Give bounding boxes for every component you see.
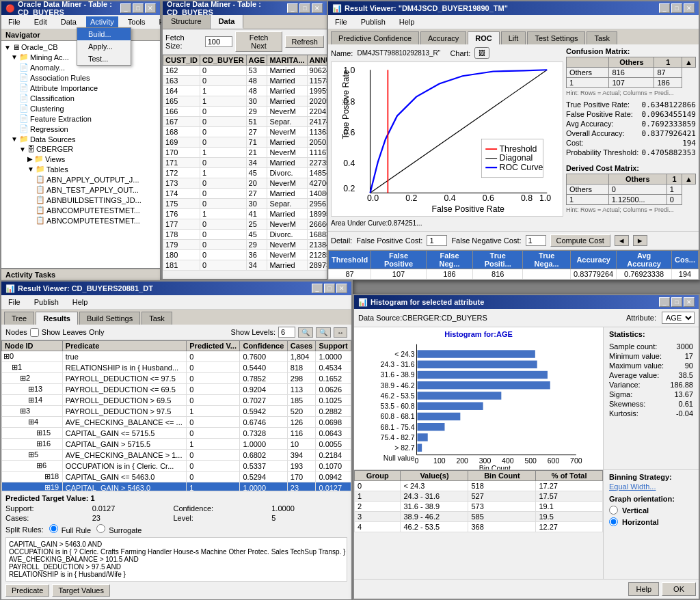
hist-controls[interactable]: _ □ ✕ (659, 297, 695, 307)
horizontal-radio[interactable] (609, 517, 618, 526)
tree-item-attribute[interactable]: 📄 Attribute Importance (3, 83, 159, 93)
tab-roc[interactable]: ROC (468, 31, 499, 44)
tab-test-settings[interactable]: Test Settings (527, 31, 585, 44)
fetch-size-input[interactable] (205, 36, 232, 47)
dt-tool-btn1[interactable]: 🔍 (298, 327, 313, 338)
thresh-r1c3: 186 (426, 269, 472, 279)
tab-build-settings[interactable]: Build Settings (79, 312, 140, 325)
compute-cost-button[interactable]: Compute Cost (550, 234, 610, 247)
menu-edit[interactable]: Edit (30, 16, 51, 27)
dt-minimize[interactable]: _ (312, 284, 323, 293)
tab-lift[interactable]: Lift (501, 31, 526, 44)
roc-menu-file[interactable]: File (331, 16, 351, 27)
roc-controls[interactable]: _ □ ✕ (659, 3, 695, 13)
close-button[interactable]: ✕ (145, 3, 156, 13)
minimize-button[interactable]: _ (120, 3, 131, 13)
show-levels-input[interactable] (278, 327, 295, 338)
tree-label-datasrc: Data Sources (30, 135, 76, 144)
nav-content: Navigator ▼ 🖥 Oracle_CB ▼ 📁 Mining Ac...… (1, 29, 160, 293)
hist-maximize[interactable]: □ (671, 297, 682, 307)
tree-item-association[interactable]: 📄 Association Rules (3, 72, 159, 83)
menu-item-build[interactable]: Build... (77, 28, 131, 40)
dt-menu-help[interactable]: Help (68, 297, 92, 308)
menu-file[interactable]: File (4, 16, 25, 27)
menu-item-apply[interactable]: Apply... (77, 40, 131, 53)
menu-activity[interactable]: Activity (86, 16, 118, 27)
hist-attribute-select[interactable]: AGE (662, 312, 695, 324)
dt-close[interactable]: ✕ (336, 284, 347, 293)
roc-close[interactable]: ✕ (684, 3, 695, 13)
data-close[interactable]: ✕ (312, 3, 323, 13)
tab-accuracy[interactable]: Accuracy (420, 31, 466, 44)
hist-col-count: Bin Count (468, 471, 536, 481)
dt-tool-btn2[interactable]: 🔍 (316, 327, 331, 338)
dt-controls[interactable]: _ □ ✕ (312, 284, 347, 293)
tree-item-abn2[interactable]: 📋 ABN_TEST_APPLY_OUT... (3, 185, 159, 195)
tab-task-dt[interactable]: Task (142, 312, 172, 325)
derived-scrollbar[interactable]: ▲ (682, 174, 696, 185)
tree-item-clustering[interactable]: 📄 Clustering (3, 103, 159, 113)
target-values-button[interactable]: Target Values (52, 584, 109, 597)
hist-close[interactable]: ✕ (684, 297, 695, 307)
predicate-button[interactable]: Predicate (5, 584, 49, 597)
maximize-button[interactable]: □ (133, 3, 144, 13)
tree-item-abn4[interactable]: 📋 ABNCOMPUTETESTMET... (3, 205, 159, 215)
tab-tree[interactable]: Tree (4, 312, 34, 325)
vertical-radio[interactable] (609, 506, 618, 515)
dt-menu-file[interactable]: File (4, 297, 25, 308)
tree-item-views[interactable]: ▶ 📁 Views (3, 154, 159, 164)
tab-data[interactable]: Data (211, 15, 244, 29)
fp-cost-input[interactable] (427, 235, 447, 246)
stat-cost-label: Cost: (566, 139, 639, 148)
svg-text:600: 600 (548, 457, 560, 465)
tab-pred-confidence[interactable]: Predictive Confidence (331, 31, 419, 44)
surrogate-radio[interactable] (96, 524, 105, 533)
dt-tool-btn3[interactable]: ↔ (334, 327, 347, 338)
matrix-h0 (567, 57, 609, 68)
data-controls[interactable]: _ □ ✕ (287, 3, 323, 13)
hist-ok-button[interactable]: OK (662, 582, 696, 596)
derived-cost-table: Others 1 ▲ Others 0 1 (566, 174, 696, 205)
roc-menu-help[interactable]: Help (395, 16, 419, 27)
svg-text:100: 100 (433, 457, 446, 465)
tree-item-feature[interactable]: 📄 Feature Extraction (3, 113, 159, 124)
svg-text:0.0: 0.0 (367, 193, 379, 203)
fetch-size-label: Fetch Size: (165, 33, 202, 50)
tree-item-cberger[interactable]: ▼ 🗄 CBERGER (3, 144, 159, 154)
data-minimize[interactable]: _ (287, 3, 298, 13)
roc-prev-button[interactable]: ◄ (615, 235, 629, 246)
tree-item-classification[interactable]: 📄 Classification (3, 93, 159, 103)
tree-item-datasources[interactable]: ▼ 📁 Data Sources (3, 134, 159, 144)
data-maximize[interactable]: □ (299, 3, 310, 13)
tree-item-tables[interactable]: ▼ 📁 Tables (3, 164, 159, 174)
tree-item-abn1[interactable]: 📋 ABN_APPLY_OUTPUT_J... (3, 174, 159, 185)
menu-data[interactable]: Data (57, 16, 81, 27)
full-rule-radio[interactable] (49, 524, 58, 533)
svg-text:> 82.7: > 82.7 (394, 444, 415, 452)
roc-maximize[interactable]: □ (671, 3, 682, 13)
nav-controls[interactable]: _ □ ✕ (120, 3, 156, 13)
fn-cost-input[interactable] (526, 235, 546, 246)
hist-help-button[interactable]: Help (628, 582, 659, 596)
roc-minimize[interactable]: _ (659, 3, 670, 13)
hist-minimize[interactable]: _ (659, 297, 670, 307)
matrix-scrollbar[interactable]: ▲ (682, 57, 696, 68)
tree-item-abn3[interactable]: 📋 ABNBUILDSETTINGS_JD... (3, 195, 159, 205)
roc-chart-icon-button[interactable]: 🖼 (474, 47, 489, 59)
tab-structure[interactable]: Structure (163, 15, 211, 29)
tree-item-abn5[interactable]: 📋 ABNCOMPUTETESTMET... (3, 215, 159, 226)
roc-next-button[interactable]: ► (633, 235, 647, 246)
menu-tools[interactable]: Tools (124, 16, 150, 27)
tab-task[interactable]: Task (587, 31, 617, 44)
tab-results[interactable]: Results (36, 312, 78, 325)
hist-options-panel: Binning Strategy: Equal Width... Graph o… (603, 470, 699, 579)
table-row: ⊞5AVE_CHECKING_BALANCE > 1...00.68023940… (2, 450, 351, 461)
show-leaves-checkbox[interactable] (30, 328, 39, 337)
fetch-next-button[interactable]: Fetch Next (235, 31, 283, 52)
refresh-button[interactable]: Refresh (285, 36, 324, 48)
tree-item-regression[interactable]: 📄 Regression (3, 124, 159, 134)
roc-menu-publish[interactable]: Publish (357, 16, 390, 27)
menu-item-test[interactable]: Test... (77, 53, 131, 65)
dt-maximize[interactable]: □ (324, 284, 335, 293)
dt-menu-publish[interactable]: Publish (30, 297, 63, 308)
